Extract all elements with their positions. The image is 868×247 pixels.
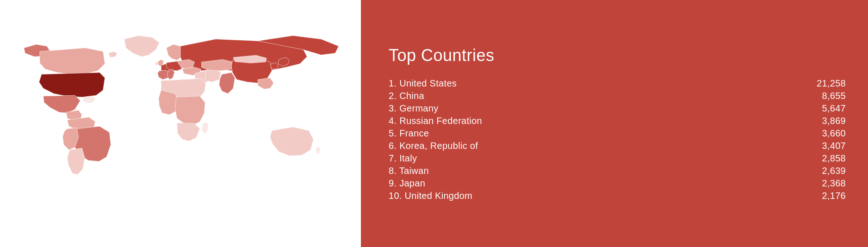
map-panel [0,0,361,247]
country-name: 7. Italy [389,153,417,164]
country-value: 3,660 [822,128,846,139]
country-value: 2,639 [822,166,846,176]
country-list: 1. United States21,2582. China8,6553. Ge… [389,78,846,201]
panel-title: Top Countries [389,46,846,65]
country-row: 3. Germany5,647 [389,103,846,114]
country-value: 2,858 [822,153,846,164]
right-panel: Top Countries 1. United States21,2582. C… [361,0,868,247]
country-row: 9. Japan2,368 [389,178,846,189]
country-row: 6. Korea, Republic of3,407 [389,141,846,151]
country-value: 2,176 [822,191,846,201]
country-name: 1. United States [389,78,457,89]
country-name: 10. United Kingdom [389,191,472,201]
country-row: 4. Russian Federation3,869 [389,116,846,126]
country-name: 6. Korea, Republic of [389,141,478,151]
country-name: 4. Russian Federation [389,116,482,126]
country-row: 5. France3,660 [389,128,846,139]
country-row: 2. China8,655 [389,91,846,101]
country-name: 9. Japan [389,178,425,189]
country-value: 5,647 [822,103,846,114]
country-name: 2. China [389,91,424,101]
country-value: 3,407 [822,141,846,151]
country-row: 1. United States21,258 [389,78,846,89]
country-name: 5. France [389,128,429,139]
country-row: 10. United Kingdom2,176 [389,191,846,201]
country-value: 21,258 [817,78,846,89]
country-name: 8. Taiwan [389,166,429,176]
country-value: 3,869 [822,116,846,126]
country-row: 7. Italy2,858 [389,153,846,164]
country-row: 8. Taiwan2,639 [389,166,846,176]
world-map [5,6,356,241]
country-value: 2,368 [822,178,846,189]
country-value: 8,655 [822,91,846,101]
country-name: 3. Germany [389,103,438,114]
